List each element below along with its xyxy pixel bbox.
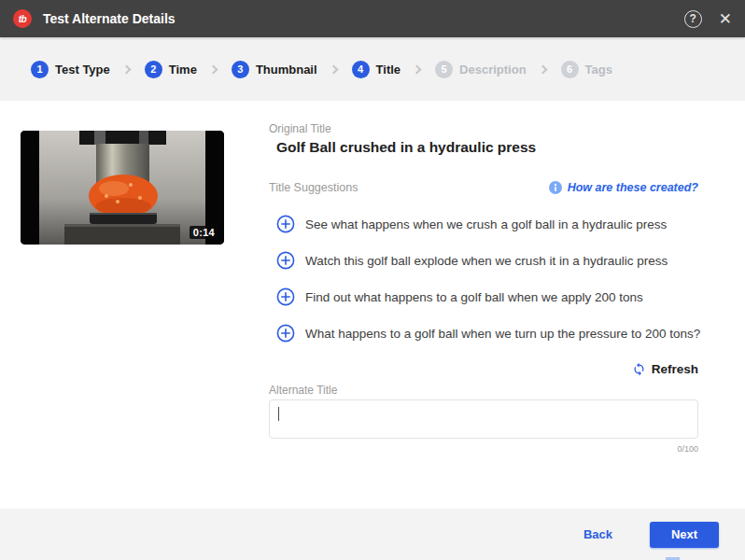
text-cursor [278, 407, 279, 421]
suggestion-row[interactable]: Watch this golf ball explode when we cru… [269, 251, 698, 270]
add-suggestion-icon[interactable] [276, 215, 295, 233]
video-duration: 0:14 [190, 226, 218, 239]
char-counter: 0/100 [269, 444, 698, 454]
alternate-title-label: Alternate Title [269, 384, 698, 397]
step-label: Description [459, 63, 527, 77]
info-icon [549, 181, 562, 194]
tubebuddy-logo-icon: tb [13, 9, 32, 28]
refresh-label: Refresh [652, 362, 698, 376]
step-number-badge: 2 [145, 61, 162, 78]
original-title-label: Original Title [269, 122, 698, 135]
suggestion-row[interactable]: Find out what happens to a golf ball whe… [269, 287, 698, 306]
suggestion-text: What happens to a golf ball when we turn… [305, 327, 700, 341]
step-thumbnail[interactable]: 3 Thumbnail [232, 61, 317, 78]
refresh-button[interactable]: Refresh [632, 362, 698, 376]
suggestion-text: See what happens when we crush a golf ba… [305, 217, 667, 231]
step-number-badge: 4 [352, 61, 370, 78]
help-icon[interactable]: ? [684, 10, 702, 28]
suggestion-text: Watch this golf ball explode when we cru… [305, 254, 668, 268]
title-suggestions-label: Title Suggestions [269, 181, 358, 194]
chevron-right-icon [538, 64, 547, 74]
dialog-header: tb Test Alternate Details ? ✕ [0, 0, 745, 37]
how-created-link[interactable]: How are these created? [568, 181, 698, 194]
alternate-title-input[interactable] [269, 399, 698, 439]
step-number-badge: 3 [232, 61, 249, 78]
wizard-stepper: 1 Test Type 2 Time 3 Thumbnail 4 Title 5… [0, 37, 745, 101]
logo-text: tb [19, 14, 26, 24]
step-test-type[interactable]: 1 Test Type [31, 61, 110, 78]
video-thumbnail: 0:14 [21, 131, 224, 245]
step-title[interactable]: 4 Title [352, 61, 401, 78]
suggestion-row[interactable]: See what happens when we crush a golf ba… [269, 215, 698, 233]
back-button[interactable]: Back [574, 522, 622, 547]
close-glyph: ✕ [719, 10, 732, 28]
next-button[interactable]: Next [650, 522, 719, 548]
step-description: 5 Description [435, 61, 527, 78]
step-number-badge: 1 [31, 61, 49, 78]
step-number-badge: 5 [435, 61, 453, 78]
close-icon[interactable]: ✕ [719, 11, 732, 27]
step-label: Thumbnail [256, 63, 317, 77]
add-suggestion-icon[interactable] [276, 324, 295, 343]
chevron-right-icon [329, 64, 338, 74]
step-label: Title [376, 63, 401, 77]
chevron-right-icon [208, 64, 218, 74]
chevron-right-icon [121, 64, 131, 74]
step-number-badge: 6 [561, 61, 579, 78]
refresh-icon [632, 362, 646, 376]
step-label: Tags [585, 63, 612, 77]
dialog-body: 0:14 Original Title Golf Ball crushed in… [0, 101, 745, 509]
title-panel: Original Title Golf Ball crushed in a hy… [269, 101, 698, 454]
suggestion-row[interactable]: What happens to a golf ball when we turn… [269, 324, 698, 343]
suggestion-list: See what happens when we crush a golf ba… [269, 215, 698, 343]
step-time[interactable]: 2 Time [145, 61, 197, 78]
step-label: Test Type [55, 63, 110, 77]
help-glyph: ? [690, 12, 696, 25]
suggestion-text: Find out what happens to a golf ball whe… [305, 290, 643, 304]
add-suggestion-icon[interactable] [276, 251, 295, 270]
original-title-value: Golf Ball crushed in a hydraulic press [276, 139, 698, 156]
dialog-footer: Back Next [0, 509, 745, 560]
add-suggestion-icon[interactable] [276, 287, 295, 306]
chevron-right-icon [413, 64, 422, 74]
step-tags: 6 Tags [561, 61, 612, 78]
step-label: Time [169, 63, 197, 77]
dialog-title: Test Alternate Details [43, 11, 684, 26]
